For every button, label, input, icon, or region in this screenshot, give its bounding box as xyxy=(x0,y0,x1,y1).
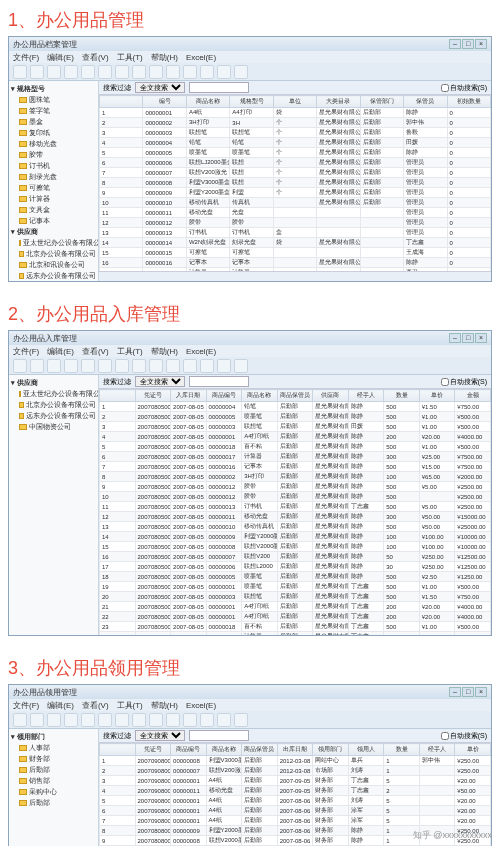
table-row[interactable]: 122007080500122007-08-0500000011移动光盘后勤部星… xyxy=(100,512,491,522)
column-header[interactable]: 商品名称 xyxy=(186,96,229,108)
tree-item[interactable]: 远东办公设备有限公司 xyxy=(11,410,96,421)
menu-item[interactable]: 编辑(E) xyxy=(47,700,74,711)
table-row[interactable]: 162007080500162007-08-0500000007联想V200后勤… xyxy=(100,552,491,562)
maximize-button[interactable]: □ xyxy=(462,333,474,343)
menu-item[interactable]: Excel(E) xyxy=(186,347,216,356)
column-header[interactable]: 凭证号 xyxy=(135,744,171,756)
column-header[interactable]: 商品保管员 xyxy=(277,390,313,402)
toolbar-button[interactable] xyxy=(30,65,44,79)
column-header[interactable]: 商品名称 xyxy=(242,390,278,402)
menu-item[interactable]: 帮助(H) xyxy=(151,346,178,357)
table-row[interactable]: 52007080500052007-08-0500000018百不粘后勤部星光果… xyxy=(100,442,491,452)
table-row[interactable]: 172007080500172007-08-0500000006联想L2000后… xyxy=(100,562,491,572)
minimize-button[interactable]: – xyxy=(449,687,461,697)
toolbar-button[interactable] xyxy=(115,713,129,727)
table-row[interactable]: 32007080500032007-08-0500000003联想笔后勤部星光果… xyxy=(100,422,491,432)
column-header[interactable]: 商品保管员 xyxy=(242,744,278,756)
toolbar-button[interactable] xyxy=(98,713,112,727)
table-row[interactable]: 62007080500062007-08-0500000017计算器后勤部星光果… xyxy=(100,452,491,462)
minimize-button[interactable]: – xyxy=(449,39,461,49)
menu-item[interactable]: Excel(E) xyxy=(186,701,216,710)
column-header[interactable]: 经手人 xyxy=(348,390,384,402)
column-header[interactable]: 商品名称 xyxy=(206,744,242,756)
tree-root[interactable]: ▾ 规格型号 xyxy=(11,83,96,94)
tree-item[interactable]: 复印纸 xyxy=(11,127,96,138)
table-row[interactable]: 120070908000100000008利盟V3000墨盒后勤部2012-03… xyxy=(100,756,491,766)
filter-input[interactable] xyxy=(189,730,249,741)
column-header[interactable]: 领用人 xyxy=(348,744,384,756)
toolbar-button[interactable] xyxy=(64,65,78,79)
tree-item[interactable]: 订书机 xyxy=(11,160,96,171)
tree-item[interactable]: 计算器 xyxy=(11,193,96,204)
tree-item[interactable]: 亚太世纪办公设备有限公司 xyxy=(11,237,96,248)
filter-mode-select[interactable]: 全文搜索 xyxy=(135,376,185,387)
column-header[interactable]: 商品编号 xyxy=(171,744,207,756)
tree-item[interactable]: 北京办公设备有限公司 xyxy=(11,248,96,259)
table-row[interactable]: 800000008利盟V3000墨盒联想个星光果财有限公司后勤部管理员0 xyxy=(100,178,491,188)
menu-item[interactable]: 查看(V) xyxy=(82,700,109,711)
table-row[interactable]: 1000000010移动传真机传真机星光果财有限公司后勤部管理员0 xyxy=(100,198,491,208)
table-row[interactable]: 12007080500012007-08-0500000004铅笔后勤部星光果财… xyxy=(100,402,491,412)
table-row[interactable]: 152007080500152007-08-0500000008联想V2000墨… xyxy=(100,542,491,552)
table-row[interactable]: 400000004铅笔铅笔个星光果财有限公司后勤部田媛0 xyxy=(100,138,491,148)
toolbar-button[interactable] xyxy=(149,65,163,79)
tree-item[interactable]: 文具盒 xyxy=(11,204,96,215)
auto-search-check[interactable]: 自动搜索(S) xyxy=(441,83,487,93)
column-header[interactable]: 大类目录 xyxy=(317,96,360,108)
table-row[interactable]: 2000000023H打印3H个星光果财有限公司后勤部郭中伟0 xyxy=(100,118,491,128)
column-header[interactable]: 领用部门 xyxy=(313,744,349,756)
tree-root[interactable]: ▾ 供应商 xyxy=(11,377,96,388)
table-row[interactable]: 132007080500132007-08-0500000010移动传真机后勤部… xyxy=(100,522,491,532)
minimize-button[interactable]: – xyxy=(449,333,461,343)
tree-item[interactable]: 北京办公设备有限公司 xyxy=(11,399,96,410)
close-button[interactable]: × xyxy=(475,687,487,697)
table-row[interactable]: 232007080500232007-08-0500000018百不粘后勤部星光… xyxy=(100,622,491,632)
table-row[interactable]: 1100000011移动光盘光盘管理员0 xyxy=(100,208,491,218)
table-row[interactable]: 220070908000200000007联想V200激光后勤部2012-03-… xyxy=(100,766,491,776)
column-header[interactable]: 保管员 xyxy=(404,96,447,108)
toolbar-button[interactable] xyxy=(47,713,61,727)
table-row[interactable]: 182007080500182007-08-0500000005喷墨笔后勤部星光… xyxy=(100,572,491,582)
toolbar-button[interactable] xyxy=(13,65,27,79)
menu-item[interactable]: 编辑(E) xyxy=(47,52,74,63)
menu-item[interactable]: 文件(F) xyxy=(13,700,39,711)
filter-input[interactable] xyxy=(189,376,249,387)
toolbar-button[interactable] xyxy=(13,713,27,727)
table-row[interactable]: 420070908000400000011移动光盘后勤部2007-09-05财务… xyxy=(100,786,491,796)
toolbar-button[interactable] xyxy=(200,713,214,727)
tree-root[interactable]: ▾ 供应商 xyxy=(11,226,96,237)
maximize-button[interactable]: □ xyxy=(462,39,474,49)
toolbar-button[interactable] xyxy=(166,359,180,373)
toolbar-button[interactable] xyxy=(183,359,197,373)
filter-mode-select[interactable]: 全文搜索 xyxy=(135,82,185,93)
maximize-button[interactable]: □ xyxy=(462,687,474,697)
table-row[interactable]: 242007080500242007-08-0500000017计算器后勤部星光… xyxy=(100,632,491,636)
toolbar-button[interactable] xyxy=(81,65,95,79)
table-row[interactable]: 92007080500092007-08-0500000012胶带后勤部星光果财… xyxy=(100,482,491,492)
column-header[interactable]: 保管部门 xyxy=(360,96,403,108)
table-row[interactable]: 142007080500142007-08-0500000009利盟Y2000墨… xyxy=(100,532,491,542)
tree-item[interactable]: 北京和讯设备公司 xyxy=(11,259,96,270)
toolbar-button[interactable] xyxy=(149,359,163,373)
table-row[interactable]: 42007080500042007-08-0500000001A4打印纸后勤部星… xyxy=(100,432,491,442)
table-row[interactable]: 1200000012胶带胶带管理员0 xyxy=(100,218,491,228)
toolbar-button[interactable] xyxy=(200,65,214,79)
toolbar-button[interactable] xyxy=(47,359,61,373)
tree-item[interactable]: 中国物资公司 xyxy=(11,421,96,432)
toolbar-button[interactable] xyxy=(149,713,163,727)
menu-item[interactable]: 文件(F) xyxy=(13,346,39,357)
column-header[interactable]: 入库日期 xyxy=(171,390,207,402)
column-header[interactable]: 单价 xyxy=(419,390,455,402)
column-header[interactable] xyxy=(100,390,136,402)
table-row[interactable]: 700000007联想V200激光联想个星光果财有限公司后勤部管理员0 xyxy=(100,168,491,178)
table-row[interactable]: 112007080500112007-08-0500000013订书机后勤部星光… xyxy=(100,502,491,512)
filter-input[interactable] xyxy=(189,82,249,93)
toolbar-button[interactable] xyxy=(98,65,112,79)
column-header[interactable]: 凭证号 xyxy=(135,390,171,402)
menu-item[interactable]: 帮助(H) xyxy=(151,700,178,711)
toolbar-button[interactable] xyxy=(217,713,231,727)
tree-item[interactable]: 后勤部 xyxy=(11,797,96,808)
table-row[interactable]: 222007080500222007-08-0500000001A4打印纸后勤部… xyxy=(100,612,491,622)
toolbar-button[interactable] xyxy=(166,713,180,727)
tree-item[interactable]: 移动光盘 xyxy=(11,138,96,149)
